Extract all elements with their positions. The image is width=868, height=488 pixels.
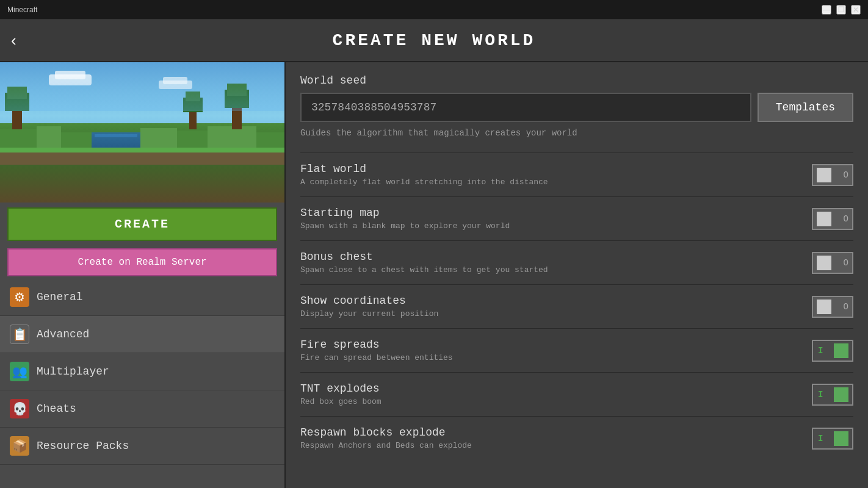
nav-icon-cheats: 💀 bbox=[10, 399, 29, 418]
setting-info-show_coordinates: Show coordinates Display your current po… bbox=[300, 295, 812, 318]
svg-rect-9 bbox=[140, 128, 177, 148]
page-title: CREATE NEW WORLD bbox=[333, 31, 536, 50]
title-bar: Minecraft — ❐ ✕ bbox=[0, 0, 868, 20]
setting-title-show_coordinates: Show coordinates bbox=[300, 295, 812, 307]
seed-input[interactable] bbox=[300, 93, 751, 122]
main-content: CREATE Create on Realm Server ⚙ General … bbox=[0, 62, 868, 488]
toggle-show_coordinates[interactable] bbox=[812, 296, 853, 318]
svg-rect-6 bbox=[0, 129, 37, 148]
setting-info-bonus_chest: Bonus chest Spawn close to a chest with … bbox=[300, 251, 812, 274]
sidebar-item-general[interactable]: ⚙ General bbox=[0, 279, 284, 316]
create-button[interactable]: CREATE bbox=[7, 207, 277, 241]
seed-hint: Guides the algorithm that magically crea… bbox=[300, 128, 853, 138]
nav-label-multiplayer: Multiplayer bbox=[37, 365, 109, 378]
toggle-flat_world[interactable] bbox=[812, 164, 853, 186]
svg-rect-25 bbox=[163, 77, 187, 84]
svg-rect-15 bbox=[7, 87, 27, 99]
setting-desc-show_coordinates: Display your current position bbox=[300, 309, 812, 318]
setting-desc-respawn_blocks: Respawn Anchors and Beds can explode bbox=[300, 441, 812, 450]
close-button[interactable]: ✕ bbox=[851, 5, 861, 15]
setting-desc-tnt_explodes: Red box goes boom bbox=[300, 397, 812, 406]
sidebar-item-advanced[interactable]: 📋 Advanced bbox=[0, 316, 284, 353]
nav-icon-multiplayer: 👥 bbox=[10, 362, 29, 381]
setting-title-respawn_blocks: Respawn blocks explode bbox=[300, 426, 812, 439]
setting-info-starting_map: Starting map Spawn with a blank map to e… bbox=[300, 207, 812, 231]
toggle-fire_spreads[interactable] bbox=[812, 340, 853, 362]
setting-title-starting_map: Starting map bbox=[300, 207, 812, 219]
setting-title-bonus_chest: Bonus chest bbox=[300, 251, 812, 263]
nav-icon-general: ⚙ bbox=[10, 287, 29, 307]
nav-icon-resource: 📦 bbox=[10, 436, 29, 456]
svg-rect-23 bbox=[55, 71, 85, 79]
setting-title-flat_world: Flat world bbox=[300, 163, 812, 175]
setting-row-tnt_explodes: TNT explodes Red box goes boom bbox=[300, 372, 853, 416]
svg-rect-20 bbox=[183, 98, 203, 112]
svg-rect-17 bbox=[225, 90, 249, 108]
setting-info-respawn_blocks: Respawn blocks explode Respawn Anchors a… bbox=[300, 426, 812, 450]
left-panel: CREATE Create on Realm Server ⚙ General … bbox=[0, 62, 286, 488]
setting-desc-starting_map: Spawn with a blank map to explore your w… bbox=[300, 221, 812, 231]
svg-rect-12 bbox=[256, 132, 284, 148]
svg-rect-10 bbox=[177, 131, 208, 148]
svg-rect-5 bbox=[0, 152, 284, 165]
setting-row-show_coordinates: Show coordinates Display your current po… bbox=[300, 284, 853, 328]
setting-desc-bonus_chest: Spawn close to a chest with items to get… bbox=[300, 265, 812, 274]
sidebar-item-multiplayer[interactable]: 👥 Multiplayer bbox=[0, 353, 284, 390]
realm-button[interactable]: Create on Realm Server bbox=[7, 248, 277, 276]
setting-title-fire_spreads: Fire spreads bbox=[300, 339, 812, 351]
minimize-button[interactable]: — bbox=[822, 5, 831, 15]
svg-rect-14 bbox=[5, 93, 29, 111]
toggle-bonus_chest[interactable] bbox=[812, 252, 853, 274]
templates-button[interactable]: Templates bbox=[758, 93, 853, 122]
nav-label-resource: Resource Packs bbox=[37, 440, 129, 452]
svg-rect-24 bbox=[159, 81, 192, 89]
svg-rect-11 bbox=[208, 126, 256, 148]
seed-label: World seed bbox=[300, 74, 853, 87]
svg-rect-21 bbox=[186, 92, 200, 101]
nav-label-cheats: Cheats bbox=[37, 403, 76, 415]
svg-rect-13 bbox=[12, 105, 22, 129]
toggle-starting_map[interactable] bbox=[812, 208, 853, 230]
svg-rect-3 bbox=[95, 134, 137, 137]
svg-rect-22 bbox=[49, 74, 92, 85]
seed-row: Templates bbox=[300, 93, 853, 122]
window-controls: — ❐ ✕ bbox=[822, 5, 861, 15]
restore-button[interactable]: ❐ bbox=[836, 5, 846, 15]
nav-icon-advanced: 📋 bbox=[10, 325, 29, 344]
svg-rect-4 bbox=[0, 148, 284, 152]
world-preview-svg bbox=[0, 62, 284, 203]
svg-rect-7 bbox=[37, 126, 61, 148]
setting-desc-flat_world: A completely flat world stretching into … bbox=[300, 178, 812, 187]
toggle-respawn_blocks[interactable] bbox=[812, 428, 853, 450]
page-header: ‹ CREATE NEW WORLD bbox=[0, 20, 868, 62]
setting-row-bonus_chest: Bonus chest Spawn close to a chest with … bbox=[300, 240, 853, 284]
setting-row-respawn_blocks: Respawn blocks explode Respawn Anchors a… bbox=[300, 416, 853, 460]
settings-list: Flat world A completely flat world stret… bbox=[300, 152, 853, 460]
nav-label-advanced: Advanced bbox=[37, 328, 89, 340]
sidebar-item-cheats[interactable]: 💀 Cheats bbox=[0, 390, 284, 428]
back-button[interactable]: ‹ bbox=[11, 31, 16, 50]
setting-info-flat_world: Flat world A completely flat world stret… bbox=[300, 163, 812, 187]
window-title: Minecraft bbox=[7, 5, 37, 14]
right-panel: World seed Templates Guides the algorith… bbox=[286, 62, 868, 488]
setting-title-tnt_explodes: TNT explodes bbox=[300, 382, 812, 395]
setting-row-starting_map: Starting map Spawn with a blank map to e… bbox=[300, 196, 853, 240]
sidebar-item-resource[interactable]: 📦 Resource Packs bbox=[0, 428, 284, 465]
toggle-tnt_explodes[interactable] bbox=[812, 384, 853, 406]
svg-rect-16 bbox=[232, 102, 242, 129]
setting-info-fire_spreads: Fire spreads Fire can spread between ent… bbox=[300, 339, 812, 362]
svg-rect-18 bbox=[227, 84, 247, 96]
setting-row-flat_world: Flat world A completely flat world stret… bbox=[300, 152, 853, 196]
setting-info-tnt_explodes: TNT explodes Red box goes boom bbox=[300, 382, 812, 406]
svg-rect-8 bbox=[61, 132, 92, 148]
setting-row-fire_spreads: Fire spreads Fire can spread between ent… bbox=[300, 328, 853, 372]
setting-desc-fire_spreads: Fire can spread between entities bbox=[300, 353, 812, 362]
nav-list: ⚙ General 📋 Advanced 👥 Multiplayer 💀 Che… bbox=[0, 279, 284, 488]
world-preview bbox=[0, 62, 284, 203]
nav-label-general: General bbox=[37, 291, 83, 303]
